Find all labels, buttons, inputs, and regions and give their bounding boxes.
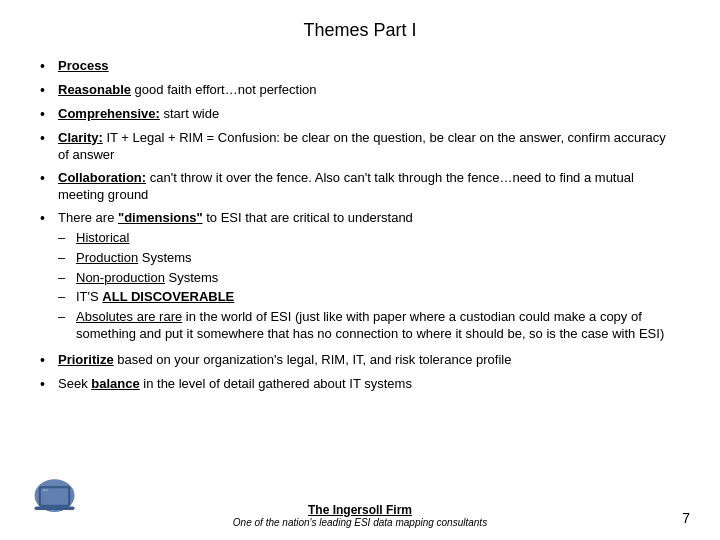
sub-list: – Historical – Production Systems – Non-… (58, 229, 680, 342)
prioritize-label: Prioritize (58, 352, 114, 367)
comprehensive-label: Comprehensive: (58, 106, 160, 121)
bullet-icon: • (40, 209, 58, 228)
slide-container: Themes Part I • Process • Reasonable goo… (0, 0, 720, 540)
list-item: • Seek balance in the level of detail ga… (40, 375, 680, 394)
dimensions-prefix: There are (58, 210, 118, 225)
nonproduction-label: Non-production (76, 270, 165, 285)
svg-rect-3 (35, 506, 75, 510)
sub-item-text: Non-production Systems (76, 269, 218, 287)
footer-text: The Ingersoll Firm One of the nation's l… (233, 503, 487, 528)
bullet-icon: • (40, 375, 58, 394)
discoverable-label: ALL DISCOVERABLE (102, 289, 234, 304)
sub-list-item: – Historical (58, 229, 680, 247)
item-text: Comprehensive: start wide (58, 105, 680, 123)
absolutes-label: Absolutes are rare (76, 309, 182, 324)
collaboration-label: Collaboration: (58, 170, 146, 185)
balance-text: in the level of detail gathered about IT… (143, 376, 412, 391)
slide-title: Themes Part I (40, 20, 680, 41)
item-text: Seek balance in the level of detail gath… (58, 375, 680, 393)
bullet-icon: • (40, 129, 58, 148)
bullet-icon: • (40, 81, 58, 100)
firm-name: The Ingersoll Firm (233, 503, 487, 517)
sub-list-item: – Absolutes are rare in the world of ESI… (58, 308, 680, 343)
sub-item-text: Absolutes are rare in the world of ESI (… (76, 308, 680, 343)
footer-tagline: One of the nation's leading ESI data map… (233, 517, 487, 528)
list-item: • Collaboration: can't throw it over the… (40, 169, 680, 204)
bullet-icon: • (40, 105, 58, 124)
balance-label: balance (91, 376, 139, 391)
clarity-label: Clarity: (58, 130, 103, 145)
item-text: Collaboration: can't throw it over the f… (58, 169, 680, 204)
production-label: Production (76, 250, 138, 265)
comprehensive-text: start wide (164, 106, 220, 121)
item-text: Process (58, 57, 680, 75)
list-item: • Comprehensive: start wide (40, 105, 680, 124)
footer: The Ingersoll Firm One of the nation's l… (0, 503, 720, 528)
list-item: • Reasonable good faith effort…not perfe… (40, 81, 680, 100)
sub-item-text: Historical (76, 229, 129, 247)
list-item: • Clarity: IT + Legal + RIM = Confusion:… (40, 129, 680, 164)
dimensions-label: "dimensions" (118, 210, 203, 225)
list-item: • Process (40, 57, 680, 76)
item-text: Prioritize based on your organization's … (58, 351, 680, 369)
dash-icon: – (58, 288, 76, 306)
item-text: Clarity: IT + Legal + RIM = Confusion: b… (58, 129, 680, 164)
prioritize-text: based on your organization's legal, RIM,… (117, 352, 511, 367)
item-text: Reasonable good faith effort…not perfect… (58, 81, 680, 99)
bullet-icon: • (40, 169, 58, 188)
dash-icon: – (58, 308, 76, 326)
item-text: There are "dimensions" to ESI that are c… (58, 209, 680, 346)
reasonable-text: good faith effort…not perfection (135, 82, 317, 97)
bullet-icon: • (40, 351, 58, 370)
process-label: Process (58, 58, 109, 73)
dimensions-suffix: to ESI that are critical to understand (206, 210, 413, 225)
dash-icon: – (58, 249, 76, 267)
sub-list-item: – IT'S ALL DISCOVERABLE (58, 288, 680, 306)
historical-label: Historical (76, 230, 129, 245)
ingersoll-logo-icon (30, 475, 80, 517)
clarity-text: IT + Legal + RIM = Confusion: be clear o… (58, 130, 666, 163)
page-number: 7 (682, 510, 690, 526)
dash-icon: – (58, 229, 76, 247)
sub-list-item: – Non-production Systems (58, 269, 680, 287)
dash-icon: – (58, 269, 76, 287)
balance-prefix: Seek (58, 376, 91, 391)
footer-logo (30, 475, 85, 520)
list-item: • There are "dimensions" to ESI that are… (40, 209, 680, 346)
bullet-icon: • (40, 57, 58, 76)
list-item: • Prioritize based on your organization'… (40, 351, 680, 370)
sub-list-item: – Production Systems (58, 249, 680, 267)
sub-item-text: IT'S ALL DISCOVERABLE (76, 288, 234, 306)
reasonable-label: Reasonable (58, 82, 131, 97)
main-list: • Process • Reasonable good faith effort… (40, 57, 680, 393)
sub-item-text: Production Systems (76, 249, 192, 267)
